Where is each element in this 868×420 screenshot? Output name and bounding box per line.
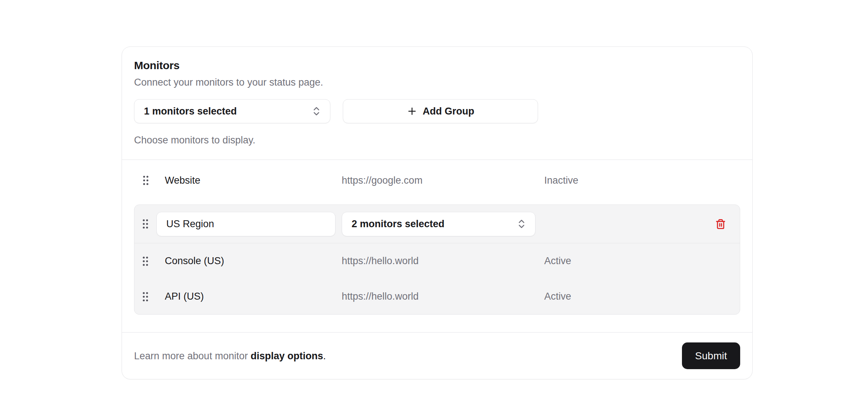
- footer-learn-more: Learn more about monitor display options…: [134, 349, 326, 363]
- monitor-status: Active: [544, 291, 740, 302]
- delete-group-button[interactable]: [715, 219, 726, 229]
- monitor-name: Console (US): [165, 255, 342, 267]
- card-header: Monitors Connect your monitors to your s…: [122, 47, 752, 160]
- group-header-row: 2 monitors selected: [134, 205, 740, 243]
- helper-text: Choose monitors to display.: [134, 134, 740, 147]
- chevrons-up-down-icon: [516, 218, 527, 229]
- grip-vertical-icon: [142, 292, 149, 302]
- monitor-status: Inactive: [544, 175, 752, 186]
- card-footer: Learn more about monitor display options…: [122, 332, 752, 379]
- monitors-select[interactable]: 1 monitors selected: [134, 99, 330, 123]
- monitors-card: Monitors Connect your monitors to your s…: [122, 46, 753, 379]
- chevrons-up-down-icon: [311, 106, 322, 117]
- page-subtitle: Connect your monitors to your status pag…: [134, 76, 740, 89]
- monitor-status: Active: [544, 255, 740, 267]
- drag-handle[interactable]: [142, 175, 165, 185]
- grip-vertical-icon: [142, 175, 149, 185]
- learn-more-suffix: .: [323, 350, 326, 361]
- group-monitors-select[interactable]: 2 monitors selected: [342, 212, 535, 236]
- monitors-select-value: 1 monitors selected: [144, 106, 237, 117]
- monitor-name: Website: [165, 175, 342, 186]
- monitor-url: https://hello.world: [342, 255, 544, 267]
- monitor-group: 2 monitors selected: [134, 205, 740, 315]
- learn-more-prefix: Learn more about monitor: [134, 350, 251, 361]
- display-options-link[interactable]: display options: [251, 350, 323, 361]
- drag-handle[interactable]: [142, 292, 165, 302]
- monitor-row: API (US) https://hello.world Active: [134, 279, 740, 314]
- add-group-button[interactable]: Add Group: [343, 99, 538, 123]
- submit-button[interactable]: Submit: [682, 342, 740, 369]
- monitor-url: https://hello.world: [342, 291, 544, 302]
- drag-handle[interactable]: [142, 256, 165, 266]
- group-monitors-select-value: 2 monitors selected: [352, 218, 445, 230]
- drag-handle[interactable]: [142, 219, 149, 229]
- monitor-url: https://google.com: [342, 175, 544, 186]
- add-group-label: Add Group: [423, 106, 474, 117]
- monitor-name: API (US): [165, 291, 342, 302]
- monitor-row: Website https://google.com Inactive: [122, 160, 752, 201]
- monitor-row: Console (US) https://hello.world Active: [134, 243, 740, 279]
- trash-icon: [715, 219, 726, 229]
- grip-vertical-icon: [142, 219, 149, 229]
- page-title: Monitors: [134, 59, 740, 72]
- grip-vertical-icon: [142, 256, 149, 266]
- group-name-input[interactable]: [156, 212, 335, 236]
- monitors-table: Website https://google.com Inactive 2 mo…: [122, 160, 752, 332]
- group-rows: Console (US) https://hello.world Active …: [134, 243, 740, 314]
- header-controls: 1 monitors selected Add Group: [134, 99, 740, 123]
- plus-icon: [407, 106, 418, 117]
